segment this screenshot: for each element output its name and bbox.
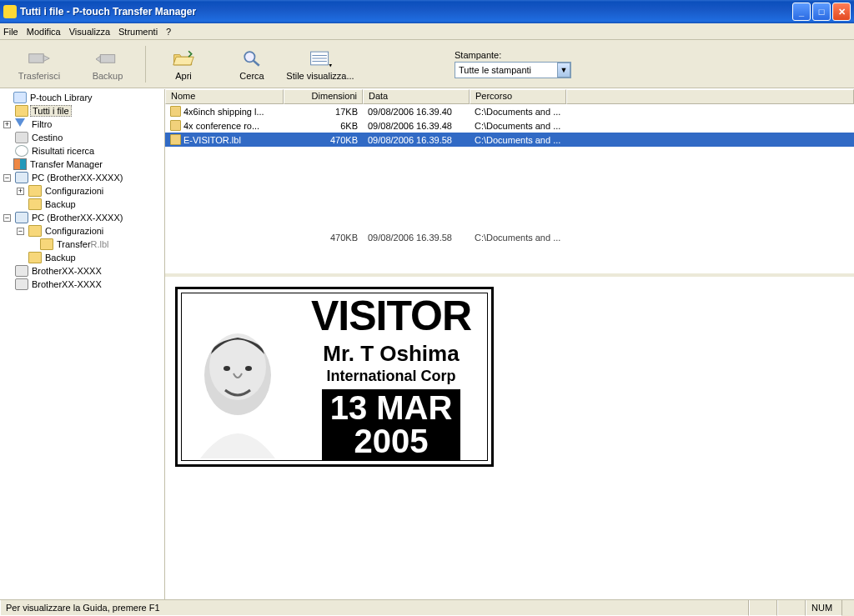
- col-blank[interactable]: [566, 89, 854, 104]
- folder-icon: [28, 185, 42, 197]
- file-icon: [170, 134, 181, 145]
- printer-label: Stampante:: [455, 50, 571, 60]
- preview-panel: VISITOR Mr. T Oshima International Corp …: [165, 277, 854, 599]
- tree-library[interactable]: P-touch Library: [0, 91, 164, 104]
- file-list: Nome Dimensioni Data Percorso 4x6inch sh…: [165, 89, 854, 277]
- folder-icon: [28, 198, 42, 210]
- file-date: 09/08/2006 16.39.40: [363, 107, 470, 117]
- file-path: C:\Documents and ...: [470, 121, 566, 131]
- tree-pc1-backup[interactable]: Backup: [0, 198, 164, 211]
- trash-icon: [15, 132, 28, 143]
- menu-edit[interactable]: Modifica: [27, 27, 61, 37]
- svg-point-13: [209, 333, 266, 400]
- menu-view[interactable]: Visualizza: [69, 27, 110, 37]
- file-date: 09/08/2006 16.39.48: [363, 121, 470, 131]
- col-path[interactable]: Percorso: [470, 89, 566, 104]
- summary-date: 09/08/2006 16.39.58: [363, 233, 470, 243]
- open-label: Apri: [175, 71, 192, 81]
- transfer-button[interactable]: Trasferisci: [5, 43, 73, 86]
- toolbar-separator: [145, 46, 146, 83]
- col-name[interactable]: Nome: [165, 89, 284, 104]
- backup-label: Backup: [93, 71, 123, 81]
- close-button[interactable]: ✕: [832, 3, 851, 21]
- tree-pc2-backup[interactable]: Backup: [0, 251, 164, 264]
- backup-button[interactable]: Backup: [73, 43, 142, 86]
- backup-icon: [94, 48, 121, 69]
- svg-point-4: [244, 52, 254, 62]
- window-title: Tutti i file - P-touch Transfer Manager: [20, 6, 792, 18]
- file-path: C:\Documents and ...: [470, 107, 566, 117]
- list-item[interactable]: 4x6inch shipping l... 17KB 09/08/2006 16…: [165, 104, 854, 118]
- menu-help[interactable]: ?: [166, 27, 171, 37]
- label-preview: VISITOR Mr. T Oshima International Corp …: [175, 287, 494, 467]
- tree-panel[interactable]: P-touch Library Tutti i file +Filtro Ces…: [0, 89, 165, 599]
- transfer-label: Trasferisci: [18, 71, 60, 81]
- minimize-button[interactable]: _: [792, 3, 811, 21]
- file-name: E-VISITOR.lbl: [183, 135, 241, 145]
- app-icon: [3, 5, 17, 18]
- list-item[interactable]: 4x conference ro... 6KB 09/08/2006 16.39…: [165, 118, 854, 133]
- search-results-icon: [15, 145, 28, 157]
- folder-icon: [15, 105, 28, 117]
- toolbar: Trasferisci Backup Apri Cerca Stile visu…: [0, 40, 854, 88]
- file-size: 6KB: [284, 121, 363, 131]
- list-view-icon: [307, 48, 334, 69]
- status-bar: Per visualizzare la Guida, premere F1 NU…: [0, 599, 854, 616]
- file-path: C:\Documents and ...: [470, 135, 566, 145]
- file-size: 17KB: [284, 107, 363, 117]
- printer-icon: [15, 278, 28, 290]
- search-button[interactable]: Cerca: [218, 43, 286, 86]
- tree-recycle-bin[interactable]: Cestino: [0, 131, 164, 144]
- tree-printer-1[interactable]: BrotherXX-XXXX: [0, 264, 164, 278]
- open-button[interactable]: Apri: [149, 43, 218, 86]
- window-buttons: _ □ ✕: [792, 3, 851, 21]
- right-panel: Nome Dimensioni Data Percorso 4x6inch sh…: [165, 89, 854, 599]
- tree-search-results[interactable]: Risultati ricerca: [0, 144, 164, 158]
- menu-bar: File Modifica Visualizza Strumenti ?: [0, 23, 854, 40]
- preview-name: Mr. T Oshima: [323, 341, 459, 367]
- tree-pc2-transfer[interactable]: TransferR.lbl: [0, 238, 164, 251]
- status-num: NUM: [806, 600, 842, 616]
- library-icon: [13, 92, 27, 103]
- maximize-button[interactable]: □: [812, 3, 831, 21]
- file-size: 470KB: [284, 135, 363, 145]
- transfer-icon: [26, 48, 53, 69]
- svg-marker-10: [329, 64, 333, 68]
- view-style-button[interactable]: Stile visualizza...: [286, 43, 354, 86]
- svg-rect-2: [100, 54, 115, 63]
- tree-printer-2[interactable]: BrotherXX-XXXX: [0, 278, 164, 291]
- title-bar: Tutti i file - P-touch Transfer Manager …: [0, 0, 854, 23]
- list-body[interactable]: 4x6inch shipping l... 17KB 09/08/2006 16…: [165, 104, 854, 273]
- file-name: 4x6inch shipping l...: [183, 107, 264, 117]
- menu-file[interactable]: File: [3, 27, 18, 37]
- summary-row: 470KB 09/08/2006 16.39.58 C:\Documents a…: [165, 230, 854, 245]
- visitor-photo: [183, 295, 292, 458]
- preview-date-line2: 2005: [354, 424, 429, 458]
- preview-title: VISITOR: [311, 295, 471, 337]
- printer-dropdown[interactable]: Tutte le stampanti ▼: [455, 62, 571, 78]
- tree-pc1-config[interactable]: +Configurazioni: [0, 184, 164, 198]
- col-date[interactable]: Data: [363, 89, 470, 104]
- svg-marker-1: [43, 55, 49, 61]
- tree-pc-1[interactable]: −PC (BrotherXX-XXXX): [0, 171, 164, 184]
- pc-icon: [15, 212, 28, 223]
- svg-line-5: [254, 60, 259, 65]
- folder-icon: [28, 225, 42, 237]
- transfer-manager-icon: [13, 158, 27, 170]
- pc-icon: [15, 172, 28, 183]
- folder-icon: [28, 252, 42, 263]
- tree-pc-2[interactable]: −PC (BrotherXX-XXXX): [0, 211, 164, 224]
- chevron-down-icon: ▼: [557, 63, 570, 78]
- tree-transfer-manager[interactable]: Transfer Manager: [0, 158, 164, 171]
- preview-date-line1: 13 MAR: [330, 391, 453, 424]
- status-empty-2: [777, 600, 806, 616]
- tree-pc2-config[interactable]: −Configurazioni: [0, 224, 164, 238]
- menu-tools[interactable]: Strumenti: [118, 27, 158, 37]
- list-item-selected[interactable]: E-VISITOR.lbl 470KB 09/08/2006 16.39.58 …: [165, 133, 854, 147]
- preview-datebox: 13 MAR 2005: [322, 389, 461, 461]
- file-name: 4x conference ro...: [183, 121, 259, 131]
- col-size[interactable]: Dimensioni: [284, 89, 363, 104]
- search-icon: [239, 48, 265, 69]
- tree-all-files[interactable]: Tutti i file: [0, 104, 164, 118]
- tree-filter[interactable]: +Filtro: [0, 118, 164, 131]
